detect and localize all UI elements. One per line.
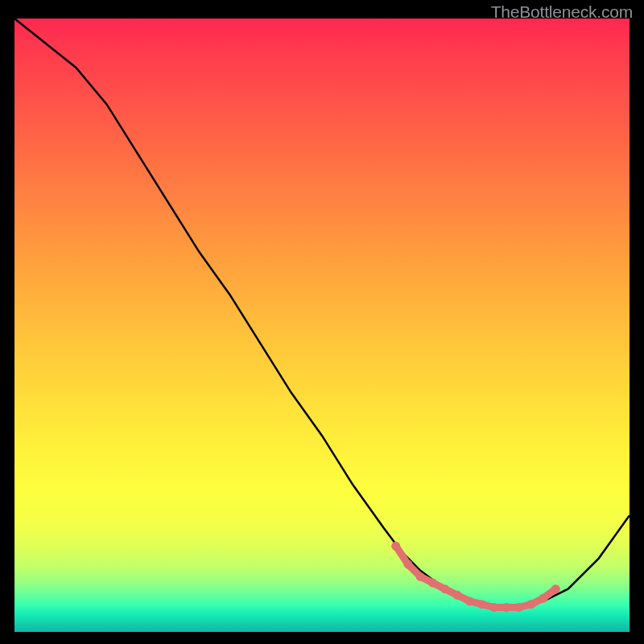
curve-path — [14, 19, 630, 608]
marker-dot — [477, 600, 486, 609]
marker-dot — [428, 579, 437, 588]
marker-dot — [453, 591, 462, 600]
marker-dot — [489, 603, 498, 612]
marker-dot — [502, 603, 511, 612]
marker-dot — [514, 603, 523, 612]
highlight-markers — [391, 542, 560, 612]
chart-overlay — [0, 0, 644, 644]
marker-dot — [465, 597, 474, 605]
marker-dot — [551, 584, 560, 593]
marker-dot — [526, 600, 535, 609]
curve-line — [14, 19, 630, 608]
marker-dot — [539, 594, 548, 603]
marker-dot — [440, 584, 449, 593]
marker-dot — [416, 572, 425, 581]
marker-dot — [404, 560, 413, 569]
marker-dot — [391, 542, 400, 551]
